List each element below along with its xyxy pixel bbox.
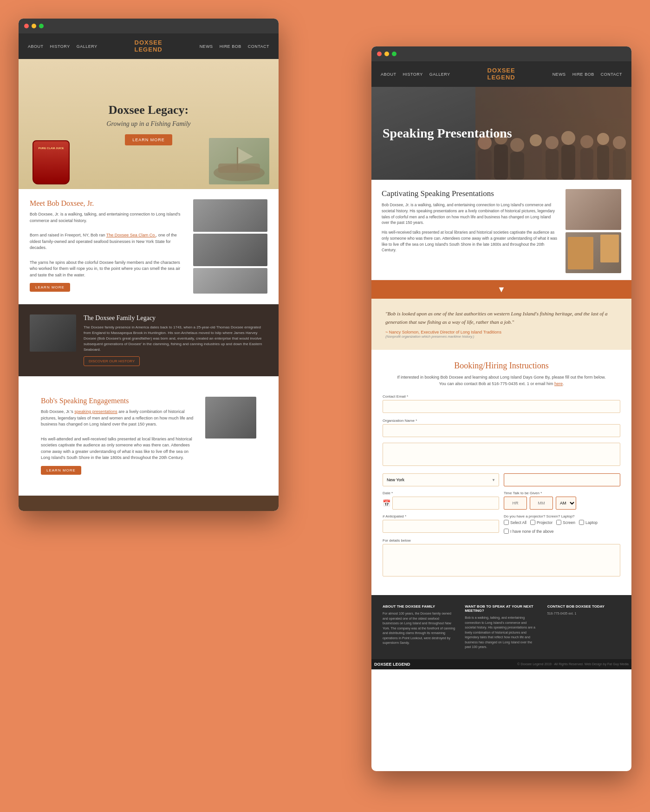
select-all-input[interactable] <box>504 520 509 525</box>
svg-rect-18 <box>546 149 559 180</box>
nav-history[interactable]: HISTORY <box>50 44 70 49</box>
none-input[interactable] <box>504 529 509 534</box>
nav-logo-left: DOXSEE LEGEND <box>135 39 162 53</box>
nav-links-right-left: ABOUT HISTORY GALLERY <box>381 72 450 77</box>
time-col: Time Talk to be Given * AM PM <box>504 491 620 510</box>
town-input[interactable] <box>504 473 620 486</box>
time-hr-input[interactable] <box>504 497 527 510</box>
nav-history-right[interactable]: HISTORY <box>403 72 423 77</box>
screen-checkbox[interactable]: Screen <box>556 520 575 525</box>
address-textarea[interactable] <box>383 443 620 466</box>
nav-gallery-right[interactable]: GALLERY <box>429 72 450 77</box>
footer-right-title1: About the Doxsee Family <box>383 604 455 609</box>
footer-right-col3: Contact Bob Doxsee Today 516-775-0435 ex… <box>547 604 620 650</box>
bob-photo-2 <box>193 234 267 266</box>
none-checkbox[interactable]: I have none of the above <box>504 529 554 534</box>
legacy-photo <box>30 314 76 352</box>
close-dot[interactable] <box>24 24 29 28</box>
laptop-checkbox[interactable]: Laptop <box>579 520 598 525</box>
doxsee-link[interactable]: The Doxsee Sea Clam Co. <box>106 233 156 237</box>
select-all-checkbox[interactable]: Select All <box>504 520 526 525</box>
svg-marker-2 <box>238 148 253 164</box>
nav-links-left: ABOUT HISTORY GALLERY <box>28 44 98 49</box>
date-time-row: Date * 📅 Time Talk to be Given * AM PM <box>383 491 620 510</box>
quote-text-right: "Bob is looked upon as one of the last a… <box>385 310 618 326</box>
hero-learn-more-btn[interactable]: LEARN MORE <box>125 134 172 145</box>
hero-subtitle-left: Growing up in a Fishing Family <box>106 120 190 128</box>
quote-text-left: "James H. Doxsee was perhaps one of the … <box>37 510 260 511</box>
nav-hire-bob[interactable]: HIRE BOB <box>220 44 241 49</box>
close-dot-right[interactable] <box>377 52 382 56</box>
browser-chrome-right <box>371 46 631 61</box>
screen-input[interactable] <box>556 520 561 525</box>
minimize-dot-right[interactable] <box>384 52 389 56</box>
calendar-icon[interactable]: 📅 <box>383 499 390 507</box>
maximize-dot[interactable] <box>39 24 44 28</box>
svg-rect-22 <box>613 149 626 180</box>
nav-news[interactable]: NEWS <box>200 44 213 49</box>
discover-history-btn[interactable]: DISCOVER OUR HISTORY <box>84 356 140 366</box>
speaking-right-images <box>566 189 621 273</box>
nav-about-right[interactable]: ABOUT <box>381 72 396 77</box>
state-col: New York New Jersey Connecticut ▼ <box>383 473 499 486</box>
speaking-right-text2: His well-received talks presented at loc… <box>382 229 559 253</box>
hero-left: Doxsee Legacy: Growing up in a Fishing F… <box>19 59 279 189</box>
nav-contact[interactable]: CONTACT <box>248 44 269 49</box>
bob-text: Meet Bob Doxsee, Jr. Bob Doxsee, Jr. is … <box>30 199 187 292</box>
bob-images <box>193 199 267 294</box>
speaking-right-text-block: Captivating Speaking Presentations Bob D… <box>382 189 559 273</box>
maximize-dot-right[interactable] <box>392 52 396 56</box>
laptop-input[interactable] <box>579 520 584 525</box>
nav-about[interactable]: ABOUT <box>28 44 44 49</box>
right-browser-window: ABOUT HISTORY GALLERY DOXSEE LEGEND NEWS… <box>371 46 631 771</box>
nav-contact-right[interactable]: CONTACT <box>601 72 622 77</box>
town-col <box>504 473 620 486</box>
date-input[interactable] <box>392 497 499 510</box>
org-name-field: Organization Name * <box>383 419 620 437</box>
nav-gallery[interactable]: GALLERY <box>77 44 98 49</box>
svg-point-10 <box>561 131 575 145</box>
details-textarea[interactable] <box>383 544 620 576</box>
nav-links-right: NEWS HIRE BOB CONTACT <box>200 44 269 49</box>
chevron-down-icon: ▼ <box>497 285 506 295</box>
state-select[interactable]: New York New Jersey Connecticut <box>383 473 499 486</box>
speaking-learn-more[interactable]: LEARN MORE <box>41 466 81 475</box>
speaking-title: Bob's Speaking Engagements <box>41 397 198 405</box>
projector-input[interactable] <box>530 520 535 525</box>
booking-title: Booking/Hiring Instructions <box>383 361 620 371</box>
speaking-right-title: Captivating Speaking Presentations <box>382 189 559 198</box>
footer-right-title2: Want Bob to Speak at your Next Meeting? <box>465 604 538 613</box>
speaking-content-flex: Captivating Speaking Presentations Bob D… <box>382 189 621 273</box>
anticipated-input[interactable] <box>383 520 499 533</box>
footer-logo-right: DOXSEE LEGEND <box>374 662 410 667</box>
time-min-input[interactable] <box>530 497 553 510</box>
footer-right-text1: For almost 100 years, the Doxsee family … <box>383 611 455 646</box>
projector-checkbox[interactable]: Projector <box>530 520 552 525</box>
anticipated-projector-row: # Anticipated * Do you have a projector?… <box>383 514 620 534</box>
bob-photo-3 <box>193 268 267 294</box>
meet-bob-text2: Born and raised in Freeport, NY, Bob ran… <box>30 232 187 251</box>
hero-title-left: Doxsee Legacy: <box>106 103 190 117</box>
org-name-input[interactable] <box>383 424 620 437</box>
email-link[interactable]: here <box>554 381 563 386</box>
meet-bob-learn-more[interactable]: LEARN MORE <box>30 283 70 292</box>
speaking-photo-1 <box>566 189 621 230</box>
minimize-dot[interactable] <box>32 24 36 28</box>
copyright-right: © Doxsee Legend 2019 · All Rights Reserv… <box>517 662 629 666</box>
contact-email-input[interactable] <box>383 400 620 413</box>
footer-right-col1: About the Doxsee Family For almost 100 y… <box>383 604 455 650</box>
state-town-row: New York New Jersey Connecticut ▼ <box>383 473 620 486</box>
speaking-section-left: Bob's Speaking Engagements Bob Doxsee, J… <box>19 376 279 496</box>
speaking-text: Bob's Speaking Engagements Bob Doxsee, J… <box>41 397 198 475</box>
svg-rect-16 <box>510 152 524 180</box>
meet-bob-title: Meet Bob Doxsee, Jr. <box>30 199 187 208</box>
orange-divider: ▼ <box>371 280 631 299</box>
nav-hire-bob-right[interactable]: HIRE BOB <box>572 72 594 77</box>
legacy-body: The Doxsee family presence in America da… <box>84 325 267 353</box>
nav-news-right[interactable]: NEWS <box>552 72 566 77</box>
speaking-link[interactable]: speaking presentations <box>74 409 117 414</box>
hero-text-left: Doxsee Legacy: Growing up in a Fishing F… <box>106 103 190 145</box>
projector-col: Do you have a projector? Screen? Laptop?… <box>504 514 620 534</box>
am-pm-select[interactable]: AM PM <box>556 497 576 510</box>
clam-can-decoration <box>32 140 70 184</box>
